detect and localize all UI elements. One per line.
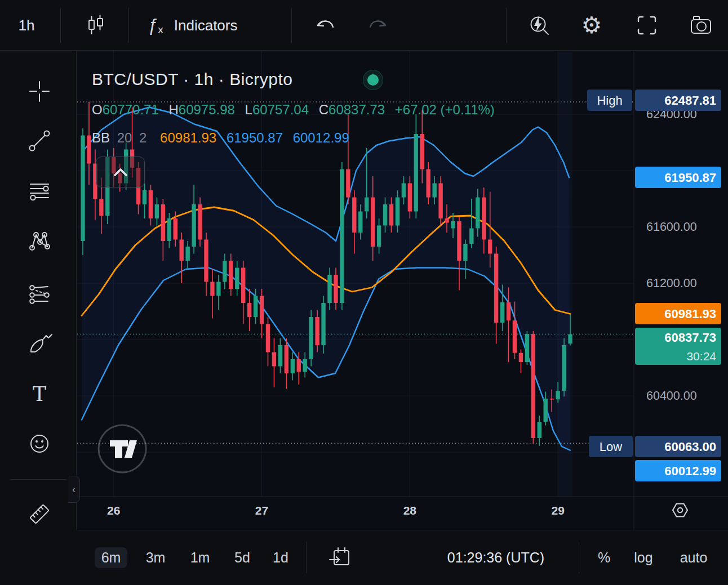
range-1m-button[interactable]: 1m — [184, 535, 216, 579]
candle-body — [291, 359, 295, 373]
trading-app: 1h ƒx Indicators — [0, 0, 728, 585]
screenshot-button[interactable] — [686, 0, 716, 51]
time-axis-label: 27 — [255, 504, 268, 517]
calendar-go-to-icon — [327, 544, 354, 571]
quick-search-button[interactable] — [525, 0, 554, 51]
crosshair-icon — [26, 78, 53, 105]
interval-button[interactable]: 1h — [9, 0, 44, 51]
pane-collapse-button[interactable] — [96, 157, 145, 187]
fx-icon: ƒ — [148, 15, 157, 35]
tool-text[interactable]: T — [25, 380, 54, 408]
range-5d-button[interactable]: 5d — [228, 535, 257, 579]
brush-icon — [25, 331, 54, 359]
tool-ruler[interactable] — [25, 500, 54, 528]
tool-brush[interactable] — [25, 331, 54, 359]
bb-upper-value: 61950.87 — [227, 130, 283, 145]
percent-scale-button[interactable]: % — [591, 535, 618, 579]
divider — [579, 542, 579, 573]
range-3m-button[interactable]: 3m — [140, 535, 171, 579]
candle-body — [297, 359, 301, 372]
range-1m-label: 1m — [184, 547, 217, 568]
bar-countdown: 30:24 — [686, 350, 716, 363]
candle-body — [525, 334, 529, 362]
candle-body — [488, 240, 492, 254]
range-6m-label: 6m — [95, 547, 128, 568]
range-1d-button[interactable]: 1d — [266, 535, 295, 579]
candle-body — [531, 334, 535, 438]
fullscreen-button[interactable] — [633, 0, 660, 51]
clock[interactable]: 01:29:36 (UTC) — [428, 535, 563, 579]
candle-body — [241, 268, 245, 303]
candle-body — [315, 317, 319, 345]
candle-body — [507, 302, 511, 321]
bb-lower-value: 60012.99 — [293, 130, 349, 145]
chart-type-button[interactable] — [82, 0, 109, 51]
candle-body — [469, 229, 473, 244]
fx-icon-sub: x — [158, 24, 163, 36]
candle-body — [383, 204, 387, 226]
candle-body — [482, 198, 486, 240]
range-1d-label: 1d — [266, 547, 295, 568]
candles-icon — [85, 14, 107, 37]
price-axis-label: 61200.00 — [646, 276, 697, 290]
ohlc-legend: O60770.71 H60975.98 L60757.04 C60837.73 … — [92, 102, 495, 118]
chevron-up-icon — [108, 164, 133, 181]
candle-body — [334, 275, 338, 303]
price-value-badge-label: 61950.87 — [664, 171, 716, 185]
candle-body — [556, 391, 560, 399]
redo-button[interactable] — [363, 0, 392, 51]
settings-button[interactable]: ⚙ — [578, 0, 605, 51]
candle-body — [476, 198, 480, 229]
close-label: C — [319, 102, 329, 117]
candle-body — [408, 184, 412, 212]
range-5d-label: 5d — [228, 547, 257, 568]
tool-emoji[interactable] — [25, 430, 54, 458]
candle-body — [99, 199, 103, 216]
price-axis-label: 61600.00 — [646, 220, 697, 234]
candle-body — [87, 136, 91, 164]
candle-body — [451, 221, 455, 229]
candle-body — [247, 303, 251, 317]
price-chart[interactable]: 2627282962400.0061600.0061200.0060400.00… — [77, 51, 728, 530]
candle-body — [185, 247, 189, 261]
xabcd-pattern-icon — [25, 227, 54, 255]
clock-label: 01:29:36 (UTC) — [447, 550, 544, 566]
candle-body — [210, 282, 214, 296]
price-axis-label: 60400.00 — [646, 389, 697, 403]
candle-body — [149, 190, 153, 218]
fullscreen-icon — [635, 14, 659, 37]
range-6m-button[interactable]: 6m — [95, 535, 127, 579]
tool-projection[interactable] — [25, 280, 54, 309]
emoji-icon — [26, 430, 53, 457]
price-float-badge-label: High — [597, 93, 622, 108]
candle-body — [143, 190, 147, 204]
indicators-button[interactable]: ƒx Indicators — [148, 0, 277, 51]
candle-body — [519, 353, 523, 362]
toolbar-collapse-tab[interactable]: ‹ — [68, 476, 80, 503]
tool-crosshair[interactable] — [25, 77, 54, 105]
low-label: L — [245, 102, 252, 117]
tool-fib-retracement[interactable] — [25, 177, 54, 205]
candle-body — [414, 134, 418, 212]
tool-xabcd-pattern[interactable] — [25, 227, 54, 255]
trend-line-icon — [26, 127, 53, 154]
interval-label: 1h — [19, 17, 35, 34]
divider — [291, 8, 292, 43]
go-to-date-button[interactable] — [325, 535, 356, 579]
candle-body — [427, 169, 430, 198]
gear-icon: ⚙ — [581, 14, 602, 37]
candle-body — [161, 204, 165, 241]
divider — [60, 8, 61, 43]
bollinger-legend[interactable]: BB 20 2 60981.93 61950.87 60012.99 — [92, 130, 349, 146]
auto-scale-button[interactable]: auto — [674, 535, 713, 579]
market-status-indicator[interactable] — [363, 70, 383, 90]
candle-body — [550, 399, 554, 400]
candle-body — [457, 221, 461, 261]
auto-label: auto — [680, 550, 708, 566]
undo-button[interactable] — [311, 0, 340, 51]
candle-body — [223, 261, 227, 282]
price-value-badge-label: 60012.99 — [664, 464, 716, 478]
open-label: O — [92, 102, 103, 117]
log-scale-button[interactable]: log — [628, 535, 659, 579]
tool-trend-line[interactable] — [25, 127, 54, 155]
